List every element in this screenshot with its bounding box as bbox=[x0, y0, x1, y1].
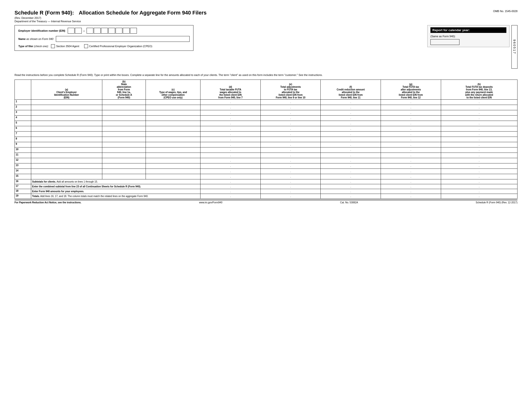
cell-h-11[interactable]: . bbox=[441, 153, 517, 158]
cell-d-1[interactable]: . bbox=[200, 99, 261, 105]
cell-a-4[interactable] bbox=[31, 115, 102, 121]
cell-f-15[interactable]: . bbox=[321, 174, 381, 179]
special-cell-f-18[interactable]: . bbox=[321, 189, 381, 194]
cell-c-8[interactable] bbox=[146, 137, 200, 142]
special-cell-f-16[interactable]: . bbox=[321, 179, 381, 184]
cell-g-2[interactable]: . bbox=[381, 105, 441, 110]
cell-b-11[interactable] bbox=[102, 153, 146, 158]
cell-c-1[interactable] bbox=[146, 99, 200, 105]
special-cell-e-18[interactable]: . bbox=[260, 189, 321, 194]
cell-g-13[interactable]: . bbox=[381, 163, 441, 168]
cell-g-12[interactable]: . bbox=[381, 158, 441, 163]
cpeo-checkbox[interactable] bbox=[84, 44, 88, 48]
cell-f-9[interactable]: . bbox=[321, 142, 381, 147]
cell-d-12[interactable]: . bbox=[200, 158, 261, 163]
cell-c-5[interactable] bbox=[146, 121, 200, 126]
cell-b-6[interactable] bbox=[102, 126, 146, 131]
cell-a-1[interactable] bbox=[31, 99, 102, 105]
cell-f-1[interactable]: . bbox=[321, 99, 381, 105]
calendar-year-input[interactable] bbox=[430, 39, 459, 45]
cell-b-13[interactable] bbox=[102, 163, 146, 168]
cell-f-8[interactable]: . bbox=[321, 137, 381, 142]
cell-f-5[interactable]: . bbox=[321, 121, 381, 126]
cell-e-13[interactable]: . bbox=[260, 163, 321, 168]
cell-a-10[interactable] bbox=[31, 147, 102, 153]
ein-box-6[interactable] bbox=[108, 28, 115, 34]
special-cell-g-18[interactable]: . bbox=[381, 189, 441, 194]
cell-g-3[interactable]: . bbox=[381, 110, 441, 115]
cell-h-2[interactable]: . bbox=[441, 105, 517, 110]
special-cell-e-17[interactable]: . bbox=[260, 184, 321, 189]
cell-f-12[interactable]: . bbox=[321, 158, 381, 163]
cell-f-11[interactable]: . bbox=[321, 153, 381, 158]
cell-g-14[interactable]: . bbox=[381, 168, 441, 174]
cell-d-6[interactable]: . bbox=[200, 126, 261, 131]
cell-f-3[interactable]: . bbox=[321, 110, 381, 115]
cell-d-9[interactable]: . bbox=[200, 142, 261, 147]
cell-a-13[interactable] bbox=[31, 163, 102, 168]
special-cell-h-16[interactable]: . bbox=[441, 179, 517, 184]
cell-c-3[interactable] bbox=[146, 110, 200, 115]
ein-box-2[interactable] bbox=[75, 28, 82, 34]
cell-h-3[interactable]: . bbox=[441, 110, 517, 115]
cell-d-5[interactable]: . bbox=[200, 121, 261, 126]
cell-h-6[interactable]: . bbox=[441, 126, 517, 131]
special-cell-g-19[interactable]: . bbox=[381, 194, 441, 198]
cell-c-10[interactable] bbox=[146, 147, 200, 153]
cell-f-4[interactable]: . bbox=[321, 115, 381, 121]
cell-h-1[interactable]: . bbox=[441, 99, 517, 105]
cell-d-2[interactable]: . bbox=[200, 105, 261, 110]
cell-d-4[interactable]: . bbox=[200, 115, 261, 121]
cell-g-9[interactable]: . bbox=[381, 142, 441, 147]
cell-e-1[interactable]: . bbox=[260, 99, 321, 105]
cell-c-2[interactable] bbox=[146, 105, 200, 110]
cell-b-5[interactable] bbox=[102, 121, 146, 126]
special-cell-d-16[interactable]: . bbox=[200, 179, 261, 184]
cell-b-4[interactable] bbox=[102, 115, 146, 121]
ein-box-4[interactable] bbox=[94, 28, 101, 34]
cell-h-15[interactable]: . bbox=[441, 174, 517, 179]
cell-b-12[interactable] bbox=[102, 158, 146, 163]
ein-box-8[interactable] bbox=[123, 28, 130, 34]
cell-d-8[interactable]: . bbox=[200, 137, 261, 142]
cell-e-10[interactable]: . bbox=[260, 147, 321, 153]
cell-d-7[interactable]: . bbox=[200, 131, 261, 137]
cell-g-11[interactable]: . bbox=[381, 153, 441, 158]
cell-e-4[interactable]: . bbox=[260, 115, 321, 121]
cell-a-5[interactable] bbox=[31, 121, 102, 126]
cell-b-10[interactable] bbox=[102, 147, 146, 153]
cell-e-7[interactable]: . bbox=[260, 131, 321, 137]
special-cell-h-18[interactable]: . bbox=[441, 189, 517, 194]
cell-h-10[interactable]: . bbox=[441, 147, 517, 153]
cell-d-13[interactable]: . bbox=[200, 163, 261, 168]
cell-b-3[interactable] bbox=[102, 110, 146, 115]
cell-d-11[interactable]: . bbox=[200, 153, 261, 158]
cell-e-2[interactable]: . bbox=[260, 105, 321, 110]
cell-e-5[interactable]: . bbox=[260, 121, 321, 126]
cell-b-14[interactable] bbox=[102, 168, 146, 174]
special-cell-h-19[interactable]: . bbox=[441, 194, 517, 198]
cell-b-15[interactable] bbox=[102, 174, 146, 179]
cell-f-10[interactable]: . bbox=[321, 147, 381, 153]
cell-f-14[interactable]: . bbox=[321, 168, 381, 174]
ein-box-9[interactable] bbox=[130, 28, 137, 34]
cell-e-6[interactable]: . bbox=[260, 126, 321, 131]
special-cell-g-16[interactable]: . bbox=[381, 179, 441, 184]
cell-a-7[interactable] bbox=[31, 131, 102, 137]
cell-c-12[interactable] bbox=[146, 158, 200, 163]
cell-h-8[interactable]: . bbox=[441, 137, 517, 142]
special-cell-h-17[interactable]: . bbox=[441, 184, 517, 189]
cell-c-4[interactable] bbox=[146, 115, 200, 121]
cell-b-9[interactable] bbox=[102, 142, 146, 147]
cell-e-12[interactable]: . bbox=[260, 158, 321, 163]
special-cell-d-19[interactable]: . bbox=[200, 194, 261, 198]
cell-c-9[interactable] bbox=[146, 142, 200, 147]
cell-e-9[interactable]: . bbox=[260, 142, 321, 147]
cell-a-6[interactable] bbox=[31, 126, 102, 131]
cell-h-13[interactable]: . bbox=[441, 163, 517, 168]
cell-h-4[interactable]: . bbox=[441, 115, 517, 121]
cell-b-1[interactable] bbox=[102, 99, 146, 105]
cell-a-15[interactable] bbox=[31, 174, 102, 179]
cell-e-14[interactable]: . bbox=[260, 168, 321, 174]
cell-g-7[interactable]: . bbox=[381, 131, 441, 137]
